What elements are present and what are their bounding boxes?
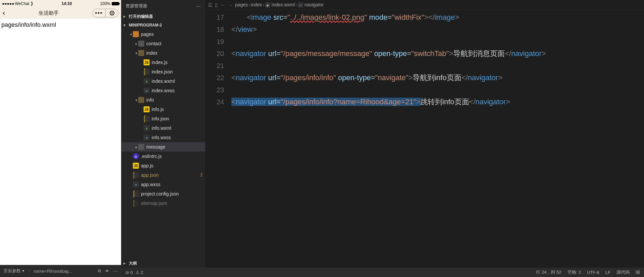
explorer-header: 资源管理器 ⋯ [121,0,205,12]
breadcrumb-item[interactable]: navigator [305,2,324,7]
tree-label: index.wxml [152,78,203,84]
status-ln-col[interactable]: 行 24，列 52 [536,269,561,275]
line-number: 22 [205,72,231,84]
file-icon [138,97,144,103]
simulator-status-bar: ●●●●● WeChat 14:10 100% [0,0,121,7]
open-editors-section[interactable]: ▸打开的编辑器 [121,12,205,21]
status-spaces[interactable]: 空格: 2 [568,269,581,275]
code-editor[interactable]: 17<image src="../../images/link-02.png" … [205,10,644,268]
status-ext[interactable]: 缩 [636,269,640,275]
tree-node-app.js[interactable]: JSapp.js [121,161,205,170]
line-number: 19 [205,36,231,48]
file-icon: { } [133,200,139,206]
status-encoding[interactable]: UTF-8 [587,270,599,275]
more-icon[interactable]: ⋯ [113,269,118,274]
line-number: 21 [205,60,231,72]
file-icon: ◎ [133,153,139,159]
tree-label: info.js [152,107,203,112]
back-button[interactable]: ‹ [3,9,5,17]
tree-node-info.wxss[interactable]: ⇄info.wxss [121,133,205,142]
tree-label: app.wxss [141,182,203,187]
file-icon: ⇄ [133,181,139,187]
tree-label: info.wxss [152,135,203,140]
nav-forward-icon[interactable]: → [228,2,232,8]
tree-label: sitemap.json [141,201,203,206]
simulator-footer: 页面参数 ▾ | name=Rihood&ag... ⧉ 👁 ⋯ [0,265,121,277]
tree-node-message[interactable]: ▸message [121,142,205,152]
page-params-label[interactable]: 页面参数 ▾ [3,268,24,274]
tree-node-pages[interactable]: ▾pages [121,30,205,39]
explorer-more-icon[interactable]: ⋯ [196,4,201,9]
code-line[interactable]: <navigator url="/pages/info/info?name=Ri… [231,96,644,108]
tree-label: app.json [141,172,200,178]
code-line[interactable] [231,36,644,48]
tree-label: index.js [152,60,203,65]
capsule-more-icon[interactable]: ••• [93,9,105,17]
project-section[interactable]: ▾MINIPROGRAM-2 [121,21,205,30]
file-icon: { } [133,191,139,197]
simulator-pane: ●●●●● WeChat 14:10 100% ‹ 生活助手 ••• pages… [0,0,121,277]
tree-node-info[interactable]: ▾info [121,95,205,105]
code-line[interactable] [231,60,644,72]
code-line[interactable]: <image src="../../images/link-02.png" mo… [231,11,644,23]
code-line[interactable]: <navigator url="/pages/message/message" … [231,48,644,60]
status-eol[interactable]: LF [605,270,610,275]
line-number: 24 [205,96,231,108]
breadcrumb-item[interactable]: index [251,2,262,7]
tree-node-info.js[interactable]: JSinfo.js [121,105,205,114]
tree-node-info.json[interactable]: { }info.json [121,114,205,123]
page-link-text[interactable]: pages/info/info.wxml [1,21,56,28]
tree-node-index.js[interactable]: JSindex.js [121,58,205,67]
file-tree[interactable]: ▾pages▸contact▾indexJSindex.js{ }index.j… [121,30,205,259]
bookmark-icon[interactable]: ▯ [215,2,218,8]
tree-node-index.wxss[interactable]: ⇄index.wxss [121,86,205,95]
outline-section[interactable]: ▸大纲 [121,259,205,268]
tree-node-index.json[interactable]: { }index.json [121,67,205,76]
tree-label: contact [146,41,203,46]
copy-icon[interactable]: ⧉ [98,268,101,274]
battery-icon [112,2,119,5]
tree-node-index.wxml[interactable]: ◆index.wxml [121,76,205,86]
tree-label: project.config.json [141,191,203,197]
file-icon: ◆ [144,78,150,84]
status-lang[interactable]: 源代码 [616,269,630,275]
tree-node-project.config.json[interactable]: { }project.config.json [121,189,205,199]
file-icon: { } [133,172,139,178]
tree-label: index.json [152,69,203,74]
tree-label: info.wxml [152,125,203,131]
tree-node-sitemap.json[interactable]: { }sitemap.json [121,199,205,208]
tree-node-contact[interactable]: ▸contact [121,39,205,48]
warnings-count[interactable]: ⚠ 2 [136,270,143,275]
tree-node-app.json[interactable]: { }app.json2 [121,170,205,180]
errors-count[interactable]: ⊘ 0 [125,270,133,275]
tree-node-app.wxss[interactable]: ⇄app.wxss [121,180,205,189]
capsule-close-icon[interactable] [105,9,118,17]
file-icon: { } [144,116,150,122]
breadcrumb-item[interactable]: pages [235,2,248,7]
breadcrumb[interactable]: pages›index›◆ index.wxml›▭ navigator [235,2,324,8]
breadcrumb-item[interactable]: index.wxml [272,2,295,7]
nav-back-icon[interactable]: ← [220,2,225,8]
tree-node-.eslintrc.js[interactable]: ◎.eslintrc.js [121,152,205,161]
eye-icon[interactable]: 👁 [105,269,109,274]
tree-label: index [146,50,203,56]
toggle-panel-icon[interactable]: ☰ [208,2,212,8]
line-number: 18 [205,23,231,36]
line-number: 17 [205,11,231,23]
tree-label: pages [141,32,203,37]
simulator-page[interactable]: pages/info/info.wxml [0,19,121,265]
file-icon [138,144,144,150]
tree-label: app.js [141,163,203,168]
simulator-nav-bar: ‹ 生活助手 ••• [0,7,121,19]
file-icon: ⇄ [144,134,150,141]
code-line[interactable]: </view> [231,23,644,36]
code-line[interactable]: <navigator url="/pages/info/info" open-t… [231,72,644,84]
code-line[interactable] [231,84,644,96]
explorer-pane: 资源管理器 ⋯ ▸打开的编辑器 ▾MINIPROGRAM-2 ▾pages▸co… [121,0,205,277]
file-icon: { } [144,69,150,75]
editor-top-bar: ☰ ▯ ← → pages›index›◆ index.wxml›▭ navig… [205,0,644,10]
tree-node-info.wxml[interactable]: ◆info.wxml [121,123,205,133]
tree-node-index[interactable]: ▾index [121,48,205,58]
capsule-buttons[interactable]: ••• [92,9,118,17]
editor-pane: ☰ ▯ ← → pages›index›◆ index.wxml›▭ navig… [205,0,644,277]
